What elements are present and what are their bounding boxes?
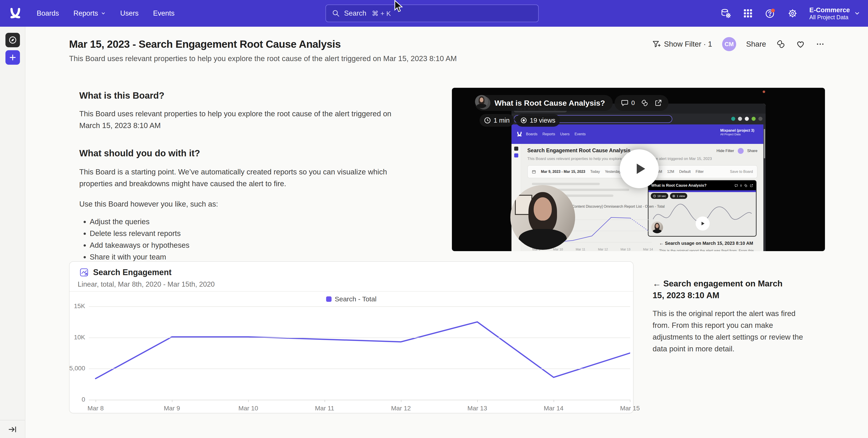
views-icon [672,195,675,198]
project-selector[interactable]: E-Commerce All Project Data [809,6,860,21]
report-card-search-engagement: Search Engagement Linear, total, Mar 8th… [69,261,633,413]
video-comments-button[interactable]: 0 [621,99,635,107]
mini-nav-items: BoardsReports UsersEvents [526,132,586,136]
help-button[interactable] [765,8,776,19]
create-new-button[interactable] [5,50,20,65]
nav-right-cluster: E-Commerce All Project Data [720,0,860,27]
link-icon [744,184,747,187]
mini-board-controls: Hide Filter Share [716,148,757,154]
left-sidebar [0,27,25,438]
nested-player-titlebar: What is Root Cause Analysis? 0 [649,181,756,190]
video-title-pill[interactable]: What is Root Cause Analysis? [475,95,613,111]
y-axis-label: 15K [67,302,85,310]
legend-label: Search - Total [335,295,377,303]
video-duration-badge: 1 min [479,114,514,127]
x-axis-tick [630,400,630,402]
usage-bullet-list: Adjust the queries Delete less relevant … [90,217,421,262]
copy-link-button[interactable] [776,39,785,49]
presenter-webcam-circle [510,185,575,250]
comment-icon [735,184,738,187]
mini-chart-legend: [Content Discovery] Omnisearch Report Li… [566,204,664,209]
expand-sidebar-button[interactable] [8,425,18,434]
top-nav: Boards Reports Users Events Search ⌘ + K [0,0,868,27]
apps-grid-icon[interactable] [743,8,753,19]
intro-text-block: What is this Board? This Board uses rele… [79,91,421,264]
chart-gridline [89,338,630,338]
section-para-3: Use this Board however you like, such as… [79,198,421,210]
data-management-icon[interactable] [720,8,732,19]
more-icon [815,39,825,49]
nested-player-icons: 0 [735,184,753,187]
alert-note-block: ← Search engagement on March 15, 2023 8:… [653,278,811,355]
expand-sidebar-icon [8,425,18,434]
board-controls: Show Filter · 1 CM Share [652,37,825,52]
x-axis-label: Mar 10 [235,405,262,412]
project-scope: All Project Data [809,14,850,21]
more-options-button[interactable] [815,39,825,49]
video-open-external-button[interactable] [654,99,662,107]
play-icon [700,221,705,226]
share-button[interactable]: Share [746,40,766,48]
nested-player-accent [649,190,756,192]
search-input[interactable]: Search ⌘ + K [326,4,539,22]
x-axis-tick [96,400,96,402]
chevron-down-icon [101,11,106,16]
chevron-down-icon [854,10,860,16]
user-avatar[interactable]: CM [722,37,736,51]
section-para-2: This Board is a starting point. We’ve au… [79,166,421,190]
x-axis-tick [477,400,478,402]
video-views-badge: 19 views [516,114,560,127]
help-icon [765,8,776,19]
chart-line-svg [89,306,630,400]
mini-extension-icons [731,117,763,121]
project-name: E-Commerce [809,6,850,14]
presenter-avatar [477,96,490,109]
show-filter-button[interactable]: Show Filter · 1 [652,40,712,48]
discover-button[interactable] [5,33,20,47]
mini-scrollbar [763,125,766,251]
nav-item-users[interactable]: Users [120,9,138,18]
chart-gridline [89,400,630,400]
video-link-button[interactable] [641,99,649,107]
sidebar-divider [0,420,25,420]
nav-label: Users [120,9,138,18]
nav-label: Events [153,9,175,18]
x-axis-tick [401,400,401,402]
list-item: Adjust the queries [90,217,421,227]
favorite-button[interactable] [796,39,805,49]
chart-legend[interactable]: Search - Total [326,295,377,303]
report-subtitle: Linear, total, Mar 8th, 2020 - Mar 15th,… [78,280,215,289]
mini-board-subtitle: This Board uses relevant properties to h… [527,157,712,161]
list-item: Delete less relevant reports [90,229,421,238]
mixpanel-logo-icon[interactable] [9,7,22,20]
nav-item-reports[interactable]: Reports [73,9,106,18]
chart-gridline [89,369,630,369]
comment-icon [621,99,628,107]
list-item: Add takeaways or hypotheses [90,240,421,250]
nav-label: Reports [73,9,98,18]
link-icon [776,39,785,49]
chart-gridline [89,306,630,307]
mini-top-nav: BoardsReports UsersEvents Mixpanel (proj… [512,125,766,144]
video-comment-count: 0 [631,99,635,107]
heart-icon [796,39,805,49]
recording-dot [763,91,765,93]
search-placeholder: Search [344,9,366,18]
section-para-1: This Board uses relevant properties to h… [79,108,412,131]
y-axis-label: 10K [67,334,85,341]
video-play-button[interactable] [620,149,659,188]
search-shortcut: ⌘ + K [372,9,391,18]
gear-icon[interactable] [787,8,798,19]
nav-item-boards[interactable]: Boards [37,9,59,18]
page-subtitle: This Board uses relevant properties to h… [69,54,457,63]
play-icon [633,162,648,176]
x-axis-tick [554,400,554,402]
report-title[interactable]: Search Engagement [93,268,172,277]
nav-item-events[interactable]: Events [153,9,175,18]
external-link-icon [750,184,753,187]
section-heading-2: What should you do with it? [79,148,421,158]
page-title: Mar 15, 2023 - Search Engagement Root Ca… [69,38,341,50]
video-embed[interactable]: Mar 9, 2023 - Search Enga... BoardsRepor… [452,88,825,251]
search-icon [332,9,340,18]
mini-note-block: ← Search usage on March 15, 2023 8:10 AM… [659,241,754,251]
